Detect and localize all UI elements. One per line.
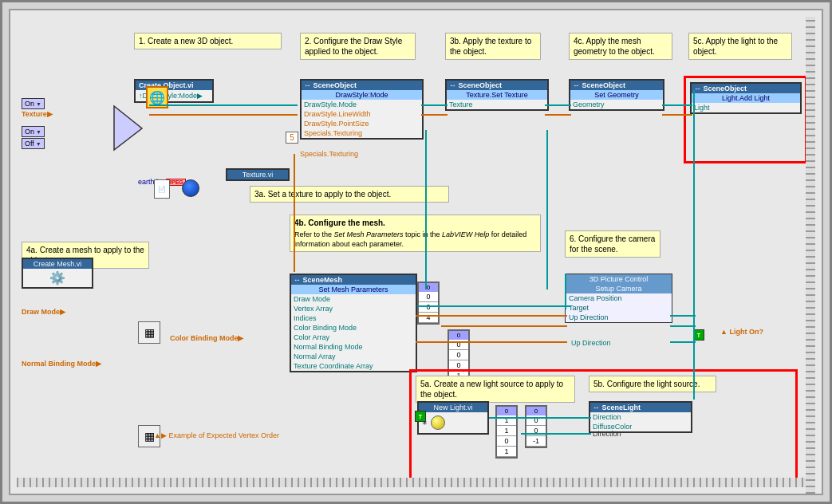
- scene-mesh-method: Set Mesh Parameters: [291, 285, 416, 294]
- annotation-step5a: 5a. Create a new light source to apply t…: [416, 376, 575, 403]
- normal-binding-ctrl[interactable]: Normal Binding Mode▶: [22, 360, 101, 368]
- merge-shape: [114, 106, 146, 152]
- off-ctrl[interactable]: Off ▼: [22, 138, 45, 149]
- texture-vi-title: Texture.vi: [227, 170, 288, 179]
- drawstyle-port3: DrawStyle.PointSize: [302, 119, 422, 128]
- mesh-port-colorarray: Color Array: [291, 333, 416, 342]
- mesh-port-colorbinding: Color Binding Mode: [291, 323, 416, 333]
- create-mesh-title: Create Mesh.vi: [23, 259, 92, 269]
- drawstyle-block: ↔ SceneObject DrawStyle:Mode DrawStyle.M…: [300, 79, 424, 140]
- wire-mesh-geom: [417, 305, 571, 307]
- wire-h-4: [662, 114, 692, 116]
- wire-cam-2: [441, 325, 567, 327]
- camera-title: 3D Picture Control: [566, 274, 672, 284]
- light-bulb-icon: [431, 415, 445, 430]
- texture-set-block: ↔ SceneObject Texture.Set Texture Textur…: [445, 79, 549, 111]
- light-on-ctrl[interactable]: ▲ Light On?: [720, 328, 763, 336]
- array-1-c2: 4: [419, 313, 438, 323]
- wire-v-cam: [565, 274, 566, 309]
- direction-label: Direction: [593, 430, 621, 438]
- set-geometry-title: ↔ SceneObject: [570, 81, 663, 90]
- mesh-port-vertex: Vertex Array: [291, 304, 416, 313]
- right-scroll: [806, 17, 815, 495]
- wire-h-1: [149, 114, 298, 116]
- add-light-method: Light.Add Light: [692, 93, 800, 103]
- draw-mode-ctrl[interactable]: Draw Mode▶: [22, 308, 65, 316]
- add-light-port: Light: [692, 103, 800, 112]
- create-mesh-icon: ⚙️: [26, 270, 89, 285]
- wire-light-2: [521, 433, 591, 435]
- on-ctrl-1[interactable]: On ▼: [22, 98, 45, 109]
- create-mesh-body: ⚙️: [23, 269, 92, 287]
- texture-vi-block: Texture.vi: [226, 168, 290, 181]
- setup-camera-method: Setup Camera: [566, 284, 672, 293]
- vertex-order-label: ▲▶ Example of Expected Vertex Order: [154, 431, 279, 439]
- array-1-c1: 0: [419, 302, 438, 313]
- cam-port-up: Up Direction: [566, 313, 672, 322]
- drawstyle-port1: DrawStyle.Mode: [302, 100, 422, 109]
- texture-set-title: ↔ SceneObject: [447, 81, 547, 90]
- array-2-idx: 0: [449, 331, 468, 340]
- specials-texturing-label: Specials.Texturing: [300, 150, 358, 158]
- mesh-port-indices: Indices: [291, 313, 416, 323]
- annotation-step2: 2. Configure the Draw Style applied to t…: [300, 33, 416, 60]
- la1-c2: 0: [497, 436, 516, 447]
- la1-c1: 1: [497, 426, 516, 436]
- svg-marker-0: [114, 106, 142, 150]
- create-mesh-vi: Create Mesh.vi ⚙️: [22, 258, 93, 289]
- scenelight-title: ↔ SceneLight: [590, 403, 691, 412]
- wire-cyan-4: [662, 104, 692, 106]
- annotation-step5b: 5b. Configure the light source.: [589, 376, 716, 392]
- wire-v-cyan-1: [425, 130, 427, 289]
- bool-terminal-light: T: [415, 411, 426, 422]
- bool-terminal-lighton: T: [693, 329, 704, 341]
- mesh-port-texcoord: Texture Coordinate Array: [291, 361, 416, 371]
- file-icon: 📄: [154, 179, 170, 199]
- wire-v-cyan-2: [546, 130, 548, 289]
- annotation-step1: 1. Create a new 3D object.: [134, 33, 282, 49]
- wire-main-right: [693, 90, 695, 400]
- set-geometry-method: Set Geometry: [570, 90, 663, 100]
- color-binding-ctrl[interactable]: Color Binding Mode▶: [170, 334, 244, 342]
- array-2-c1: 0: [449, 350, 468, 360]
- arrow-down-icon: ▼: [36, 101, 41, 107]
- array-1-idx: 0: [419, 283, 438, 292]
- wire-cam-right-1: [670, 315, 696, 317]
- array-1: 0 0 0 4: [417, 282, 440, 325]
- array-1-c0: 0: [419, 292, 438, 302]
- scene-mesh-block: ↔ SceneMesh Set Mesh Parameters Draw Mod…: [290, 274, 417, 372]
- wire-cam-1: [416, 315, 567, 317]
- wire-cyan-1: [149, 104, 298, 106]
- cam-port-position: Camera Position: [566, 293, 672, 303]
- arrow-down-icon-3: ▼: [36, 141, 41, 147]
- mesh-port-normalbinding: Normal Binding Mode: [291, 342, 416, 352]
- camera-block: 3D Picture Control Setup Camera Camera P…: [565, 274, 672, 323]
- add-light-block: ↔ SceneObject Light.Add Light Light: [690, 82, 802, 114]
- mesh-icon-1: ▦: [138, 321, 160, 344]
- wire-cam-right-2: [670, 325, 696, 327]
- la2-c2: -1: [526, 436, 546, 447]
- num-const-5: 5: [286, 132, 298, 144]
- drawstyle-title: ↔ SceneObject: [302, 81, 422, 90]
- set-geometry-block: ↔ SceneObject Set Geometry Geometry: [569, 79, 664, 111]
- scenelight-port-direction: Direction: [590, 412, 691, 422]
- wire-h-2: [421, 114, 448, 116]
- new-light-icons: ✳: [419, 412, 487, 433]
- la2-c1: 0: [526, 426, 546, 436]
- set-geometry-port: Geometry: [570, 100, 663, 109]
- annotation-step4c: 4c. Apply the mesh geometry to the objec…: [569, 33, 672, 60]
- cam-port-target: Target: [566, 303, 672, 313]
- annotation-step5c: 5c. Apply the light to the object.: [688, 33, 792, 60]
- new-light-title: New Light.vi: [419, 403, 487, 412]
- texture-ctrl[interactable]: Texture▶: [22, 110, 53, 118]
- step4b-body: Refer to the Set Mesh Parameters topic i…: [294, 230, 536, 249]
- texture-set-port: Texture: [447, 100, 547, 109]
- on-ctrl-2[interactable]: On ▼: [22, 126, 45, 137]
- inner-canvas: 1. Create a new 3D object. Create Object…: [9, 9, 823, 495]
- wire-h-3: [545, 114, 571, 116]
- annotation-step3b: 3b. Apply the texture to the object.: [445, 33, 541, 60]
- wire-cam-3: [416, 341, 567, 343]
- wire-cyan-2: [421, 104, 448, 106]
- la2-idx: 0: [526, 407, 546, 415]
- texture-set-method: Texture.Set Texture: [447, 90, 547, 100]
